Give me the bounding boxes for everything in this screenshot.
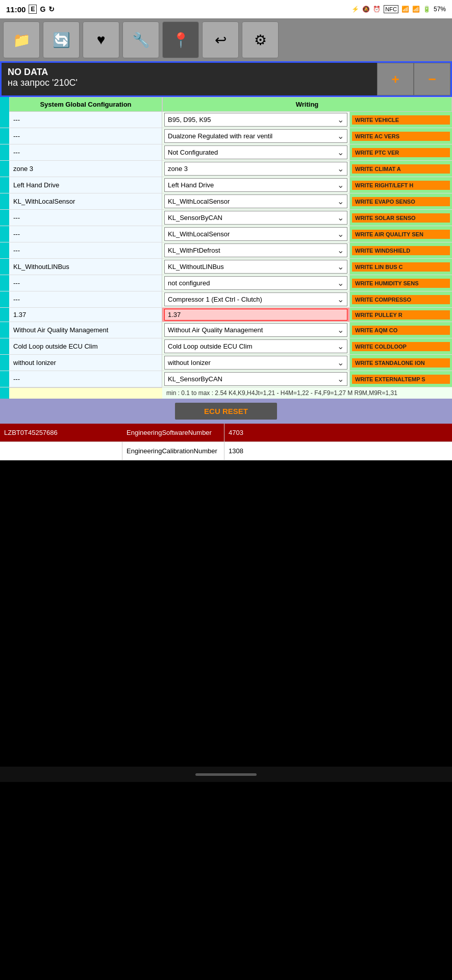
write-button[interactable]: WRITE AC VERS [352,132,450,141]
dropdown-arrow-icon: ⌄ [337,341,344,351]
dropdown-arrow-icon: ⌄ [337,246,344,255]
cell-left: --- [9,371,162,387]
cell-mid: without Ionizer⌄ [162,355,350,371]
dropdown-arrow-icon: ⌄ [337,148,344,157]
dropdown-value: Cold Loop outside ECU Clim [168,342,252,350]
dropdown-value: KL_WithoutLINBus [168,263,224,271]
row-cyan-indicator [0,371,9,387]
mid-input-field[interactable]: 1.37 [164,309,347,321]
write-button[interactable]: WRITE PULLEY R [352,310,450,320]
gear-button[interactable]: ⚙ [242,21,279,58]
dropdown-arrow-icon: ⌄ [337,295,344,304]
dropdown-select[interactable]: without Ionizer⌄ [164,356,347,370]
cell-mid: Dualzone Regulated with rear ventil⌄ [162,128,350,144]
dropdown-value: without Ionizer [168,359,211,366]
dropdown-select[interactable]: Dualzone Regulated with rear ventil⌄ [164,129,347,143]
wifi-icon: 📶 [412,6,420,13]
eng-id-label: LZBT0T45257686 [0,424,122,442]
status-bar: 11:00 E G ↻ ⚡ 🔕 ⏰ NFC 📶 📶 🔋 57% [0,0,452,18]
cell-right: WRITE AQM CO [350,322,452,338]
table-row: ---not configured⌄WRITE HUMIDITY SENS [0,275,452,291]
eng-id-label [0,442,122,460]
cyan-bar-bottom [0,387,9,399]
cell-left: Cold Loop outside ECU Clim [9,338,162,354]
row-cyan-indicator [0,193,9,209]
write-button[interactable]: WRITE EXTERNALTEMP S [352,375,450,384]
cell-right: WRITE COMPRESSO [350,291,452,307]
write-button[interactable]: WRITE STANDALONE ION [352,358,450,368]
dropdown-select[interactable]: Without Air Quality Management⌄ [164,323,347,337]
dropdown-select[interactable]: Compressor 1 (Ext Ctrl - Clutch)⌄ [164,292,347,306]
plus-button[interactable]: + [377,63,414,95]
info-text: NO DATA на запрос '210C' [2,63,377,95]
wrench-button[interactable]: 🔧 [122,21,159,58]
dropdown-select[interactable]: Left Hand Drive⌄ [164,178,347,192]
dropdown-value: KL_SensorByCAN [168,214,222,222]
dropdown-select[interactable]: B95, D95, K95⌄ [164,113,347,127]
pin-button[interactable]: 📍 [162,21,199,58]
write-button[interactable]: WRITE SOLAR SENSO [352,213,450,223]
write-button[interactable]: WRITE PTC VER [352,148,450,157]
dropdown-select[interactable]: KL_WithLocalSensor⌄ [164,227,347,241]
cell-right: WRITE HUMIDITY SENS [350,275,452,291]
write-button[interactable]: WRITE EVAPO SENSO [352,197,450,206]
minus-button[interactable]: − [414,63,450,95]
write-button[interactable]: WRITE LIN BUS C [352,262,450,272]
write-button[interactable]: WRITE COLDLOOP [352,342,450,351]
write-button[interactable]: WRITE VEHICLE [352,115,450,125]
write-button[interactable]: WRITE AIR QUALITY SEN [352,230,450,239]
table-row: Left Hand DriveLeft Hand Drive⌄WRITE RIG… [0,177,452,193]
eng-value: 1308 [224,442,452,460]
table-row: Cold Loop outside ECU ClimCold Loop outs… [0,338,452,355]
cell-right: WRITE PTC VER [350,144,452,160]
row-cyan-indicator [0,355,9,371]
row-cyan-indicator [0,112,9,128]
ecu-reset-button[interactable]: ECU RESET [175,403,277,420]
write-button[interactable]: WRITE COMPRESSO [352,295,450,304]
cell-mid: KL_SensorByCAN⌄ [162,210,350,226]
cell-left: --- [9,128,162,144]
dropdown-select[interactable]: KL_WithoutLINBus⌄ [164,260,347,274]
write-button[interactable]: WRITE HUMIDITY SENS [352,279,450,288]
cell-right: WRITE COLDLOOP [350,338,452,354]
table-row: ---KL_SensorByCAN⌄WRITE SOLAR SENSO [0,210,452,226]
cell-right: WRITE RIGHT/LEFT H [350,177,452,193]
ecu-section: ECU RESET [0,399,452,424]
table-row: without Ionizerwithout Ionizer⌄WRITE STA… [0,355,452,371]
write-button[interactable]: WRITE RIGHT/LEFT H [352,181,450,190]
dropdown-select[interactable]: KL_WithFtDefrost⌄ [164,243,347,257]
dropdown-select[interactable]: not configured⌄ [164,276,347,290]
dropdown-select[interactable]: KL_SensorByCAN⌄ [164,211,347,225]
write-button[interactable]: WRITE WINDSHIELD [352,246,450,255]
dropdown-value: Left Hand Drive [168,181,214,189]
dropdown-select[interactable]: zone 3⌄ [164,162,347,176]
row-cyan-indicator [0,308,9,322]
folder-button[interactable]: 📁 [3,21,40,58]
cell-left: KL_WithoutLINBus [9,259,162,275]
bottom-area [0,460,452,767]
cell-mid: KL_WithFtDefrost⌄ [162,242,350,258]
dropdown-value: KL_WithLocalSensor [168,230,230,238]
dropdown-select[interactable]: Not Configurated⌄ [164,145,347,159]
home-indicator [0,767,452,782]
write-button[interactable]: WRITE CLIMAT A [352,164,450,174]
cell-right: WRITE AIR QUALITY SEN [350,226,452,242]
back-button[interactable]: ↩ [202,21,239,58]
dropdown-select[interactable]: Cold Loop outside ECU Clim⌄ [164,339,347,353]
table-row: ---Not Configurated⌄WRITE PTC VER [0,144,452,161]
dropdown-select[interactable]: KL_WithLocalSensor⌄ [164,194,347,208]
table-row: ---Dualzone Regulated with rear ventil⌄W… [0,128,452,144]
refresh-button[interactable]: 🔄 [43,21,80,58]
alarm-icon: ⏰ [373,6,381,13]
cell-right: WRITE EVAPO SENSO [350,193,452,209]
cell-mid: KL_WithLocalSensor⌄ [162,226,350,242]
write-button[interactable]: WRITE AQM CO [352,326,450,335]
dropdown-arrow-icon: ⌄ [337,213,344,223]
row-cyan-indicator [0,177,9,193]
row-cyan-indicator [0,259,9,275]
request-label: на запрос '210C' [8,78,371,88]
favorites-button[interactable]: ♥ [83,21,119,58]
dropdown-select[interactable]: KL_SensorByCAN⌄ [164,372,347,386]
dropdown-arrow-icon: ⌄ [337,262,344,272]
dropdown-value: Dualzone Regulated with rear ventil [168,132,272,140]
